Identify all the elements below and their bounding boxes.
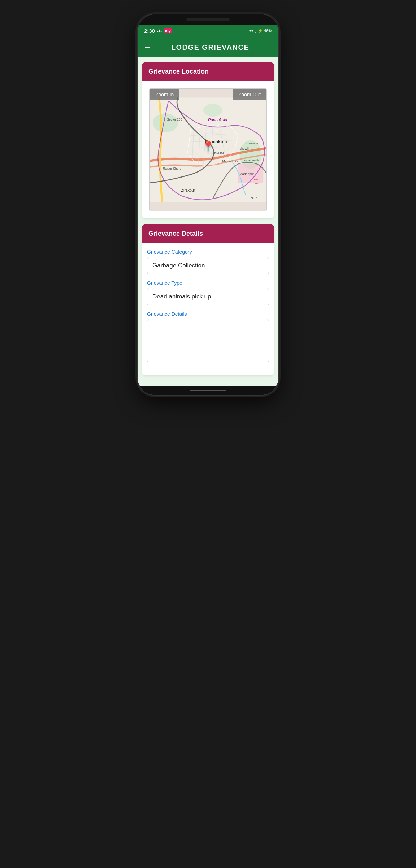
status-bar: 2:30 🖧 my ▾▾ ‸ ⚡ 46% [138, 25, 278, 38]
time-display: 2:30 [144, 28, 155, 34]
location-card-title: Grievance Location [148, 68, 209, 75]
map-pin: 📍 [202, 140, 214, 152]
svg-text:Test: Test [254, 182, 259, 185]
category-field-group: Grievance Category [147, 249, 269, 274]
notch [186, 18, 230, 21]
type-field-group: Grievance Type [147, 280, 269, 305]
svg-text:chowki: chowki [240, 147, 250, 151]
svg-text:Chauki m: Chauki m [246, 142, 258, 145]
sim-icon: 🖧 [157, 28, 162, 34]
details-label: Grievance Details [147, 311, 269, 317]
svg-text:Haripur: Haripur [214, 151, 225, 154]
details-card-title: Grievance Details [148, 230, 203, 237]
type-input[interactable] [147, 288, 269, 305]
svg-text:Panchkula: Panchkula [208, 118, 227, 122]
svg-text:upper nadha: upper nadha [244, 158, 261, 162]
svg-text:Zirakpur: Zirakpur [181, 188, 195, 192]
status-icons: ▾▾ ‸ ⚡ 46% [249, 29, 272, 33]
form-section: Grievance Category Grievance Type Grieva… [142, 243, 274, 375]
location-card-header: Grievance Location [142, 62, 274, 81]
bottom-bar [138, 386, 278, 395]
location-card: Grievance Location [142, 62, 274, 218]
battery-icon: ⚡ 46% [258, 29, 272, 33]
phone-frame: 2:30 🖧 my ▾▾ ‸ ⚡ 46% ← LODGE GRIEVANCE G… [138, 14, 278, 395]
back-button[interactable]: ← [143, 43, 151, 52]
details-card-header: Grievance Details [142, 224, 274, 243]
notch-bar [138, 14, 278, 25]
type-label: Grievance Type [147, 280, 269, 286]
screen-content: Grievance Location [138, 57, 278, 386]
details-field-group: Grievance Details [147, 311, 269, 364]
zoom-out-button[interactable]: Zoom Out [233, 89, 266, 100]
signal-icon: ‸ [255, 29, 256, 33]
app-bar: ← LODGE GRIEVANCE [138, 38, 278, 57]
svg-text:Madanpur: Madanpur [240, 172, 254, 176]
page-title: LODGE GRIEVANCE [156, 43, 273, 52]
my-icon: my [164, 28, 172, 33]
category-input[interactable] [147, 257, 269, 274]
details-card: Grievance Details Grievance Category Gri… [142, 224, 274, 375]
svg-text:Raipur Khurd: Raipur Khurd [163, 167, 182, 170]
svg-text:Ran: Ran [254, 178, 259, 181]
map-container[interactable]: Sector 26E Panchkula Panchkula chowki Ch… [149, 88, 267, 211]
wifi-icon: ▾▾ [249, 29, 254, 33]
details-textarea[interactable] [147, 319, 269, 362]
zoom-in-button[interactable]: Zoom In [150, 89, 179, 100]
svg-text:Maheshpur: Maheshpur [222, 160, 238, 163]
svg-point-4 [203, 104, 222, 117]
home-indicator [190, 390, 226, 391]
category-label: Grievance Category [147, 249, 269, 255]
svg-text:Sector 26E: Sector 26E [167, 118, 182, 121]
status-left: 2:30 🖧 my [144, 28, 172, 34]
svg-text:NH7: NH7 [251, 196, 257, 200]
